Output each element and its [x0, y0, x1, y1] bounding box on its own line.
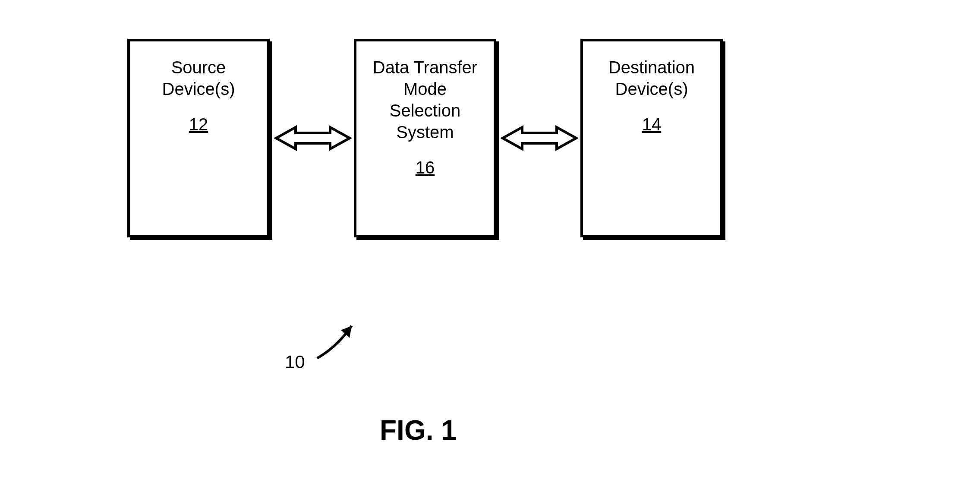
box-destination: Destination Device(s) 14 — [580, 39, 723, 237]
overall-ref-number: 10 — [285, 352, 305, 372]
box-system-inner: Data Transfer Mode Selection System 16 — [356, 41, 494, 177]
double-arrow-icon — [501, 125, 578, 151]
box-system-ref: 16 — [416, 158, 435, 177]
svg-marker-1 — [503, 127, 576, 149]
box-source-ref: 12 — [189, 115, 208, 134]
box-source-title: Source Device(s) — [130, 57, 267, 100]
box-destination-ref: 14 — [642, 115, 662, 134]
double-arrow-icon — [274, 125, 352, 151]
box-destination-title: Destination Device(s) — [583, 57, 720, 100]
box-system-title: Data Transfer Mode Selection System — [356, 57, 494, 143]
box-destination-inner: Destination Device(s) 14 — [583, 41, 720, 134]
reference-arrow-icon — [311, 317, 362, 365]
box-system: Data Transfer Mode Selection System 16 — [354, 39, 496, 237]
svg-marker-0 — [276, 127, 350, 149]
box-source: Source Device(s) 12 — [127, 39, 270, 237]
diagram-canvas: Source Device(s) 12 Data Transfer Mode S… — [0, 0, 980, 495]
figure-label: FIG. 1 — [380, 414, 457, 446]
box-source-inner: Source Device(s) 12 — [130, 41, 267, 134]
